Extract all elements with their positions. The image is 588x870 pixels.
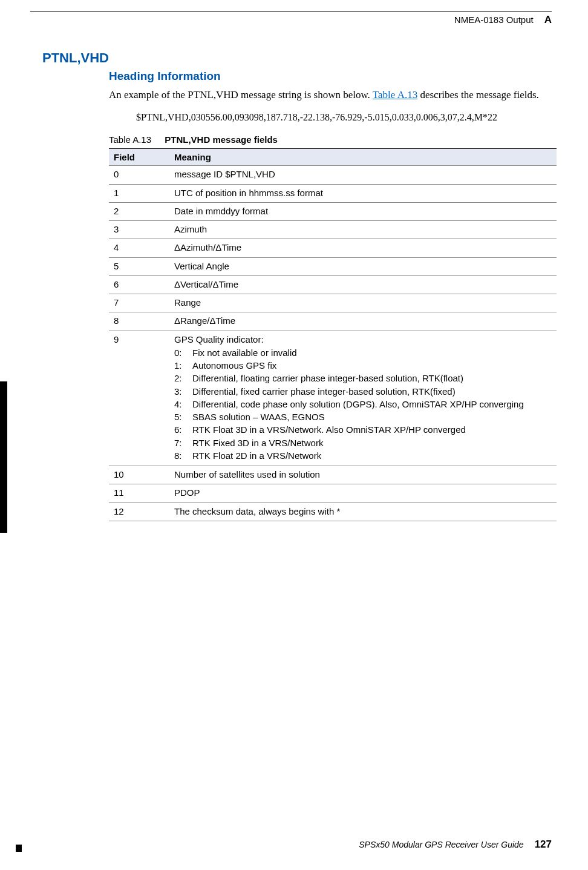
field-meaning-cell: ΔVertical/ΔTime: [169, 275, 557, 294]
example-message-string: $PTNL,VHD,030556.00,093098,187.718,-22.1…: [136, 111, 523, 124]
field-meaning-cell: Number of satellites used in solution: [169, 466, 557, 484]
table-row: 7Range: [109, 294, 557, 312]
list-item: 6:RTK Float 3D in a VRS/Network. Also Om…: [174, 424, 552, 436]
list-item-text: RTK Float 3D in a VRS/Network. Also Omni…: [190, 424, 552, 436]
page: NMEA-0183 Output A PTNL,VHD Heading Info…: [0, 0, 588, 870]
list-item-number: 0:: [174, 347, 190, 359]
field-meaning-cell: ΔRange/ΔTime: [169, 312, 557, 331]
footer-page-number: 127: [535, 839, 552, 851]
subsection-heading-info: Heading Information: [109, 70, 552, 83]
table-row: 4ΔAzimuth/ΔTime: [109, 239, 557, 257]
table-row: 2Date in mmddyy format: [109, 202, 557, 220]
list-item: 5:SBAS solution – WAAS, EGNOS: [174, 411, 552, 423]
list-item: 7:RTK Fixed 3D in a VRS/Network: [174, 437, 552, 449]
intro-paragraph: An example of the PTNL,VHD message strin…: [109, 88, 552, 102]
list-item-number: 6:: [174, 424, 190, 436]
field-meaning-cell: message ID $PTNL,VHD: [169, 166, 557, 184]
table-row: 12The checksum data, always begins with …: [109, 503, 557, 521]
list-item-number: 2:: [174, 372, 190, 384]
field-number-cell: 7: [109, 294, 169, 312]
list-item-text: SBAS solution – WAAS, EGNOS: [190, 411, 552, 423]
list-item: 4:Differential, code phase only solution…: [174, 398, 552, 410]
list-item-number: 4:: [174, 398, 190, 410]
table-row: 6ΔVertical/ΔTime: [109, 275, 557, 294]
message-fields-table: Field Meaning 0message ID $PTNL,VHD1UTC …: [109, 148, 557, 521]
table-number: Table A.13: [109, 134, 151, 145]
header-rule: [30, 11, 552, 12]
table-row: 8ΔRange/ΔTime: [109, 312, 557, 331]
footer-document-title: SPSx50 Modular GPS Receiver User Guide: [359, 840, 523, 849]
footer-tick-mark: [16, 845, 22, 852]
table-title: PTNL,VHD message fields: [165, 134, 278, 145]
field-meaning-cell: PDOP: [169, 484, 557, 503]
field-number-cell: 5: [109, 257, 169, 275]
field-number-cell: 3: [109, 221, 169, 239]
field-number-cell: 0: [109, 166, 169, 184]
running-footer: SPSx50 Modular GPS Receiver User Guide 1…: [359, 839, 552, 851]
list-item: 3:Differential, fixed carrier phase inte…: [174, 386, 552, 398]
field-meaning-cell: Vertical Angle: [169, 257, 557, 275]
field-number-cell: 11: [109, 484, 169, 503]
field-number-cell: 9: [109, 331, 169, 466]
field-number-cell: 8: [109, 312, 169, 331]
page-side-tab: [0, 381, 7, 533]
list-item-text: Autonomous GPS fix: [190, 360, 552, 372]
intro-text-pre: An example of the PTNL,VHD message strin…: [109, 89, 373, 101]
table-row: 3Azimuth: [109, 221, 557, 239]
list-item-number: 8:: [174, 450, 190, 462]
list-item-text: Fix not available or invalid: [190, 347, 552, 359]
list-item: 8:RTK Float 2D in a VRS/Network: [174, 450, 552, 462]
table-row: 0message ID $PTNL,VHD: [109, 166, 557, 184]
list-item-text: RTK Fixed 3D in a VRS/Network: [190, 437, 552, 449]
list-item-number: 5:: [174, 411, 190, 423]
table-row: 5Vertical Angle: [109, 257, 557, 275]
list-item: 0:Fix not available or invalid: [174, 347, 552, 359]
list-item-text: Differential, code phase only solution (…: [190, 398, 552, 410]
table-row: 11PDOP: [109, 484, 557, 503]
field-meaning-cell: UTC of position in hhmmss.ss format: [169, 184, 557, 202]
field-meaning-cell: Range: [169, 294, 557, 312]
list-item-text: Differential, fixed carrier phase intege…: [190, 386, 552, 398]
field-number-cell: 4: [109, 239, 169, 257]
list-item-text: RTK Float 2D in a VRS/Network: [190, 450, 552, 462]
field-number-cell: 2: [109, 202, 169, 220]
table-caption: Table A.13 PTNL,VHD message fields: [109, 134, 552, 145]
header-appendix-letter: A: [544, 14, 552, 26]
list-item-number: 3:: [174, 386, 190, 398]
table-row: 1UTC of position in hhmmss.ss format: [109, 184, 557, 202]
quality-indicator-list: 0:Fix not available or invalid1:Autonomo…: [174, 347, 552, 462]
field-number-cell: 10: [109, 466, 169, 484]
table-row: 9GPS Quality indicator:0:Fix not availab…: [109, 331, 557, 466]
field-meaning-cell: Date in mmddyy format: [169, 202, 557, 220]
intro-text-post: describes the message fields.: [417, 89, 539, 101]
list-item-number: 7:: [174, 437, 190, 449]
field-number-cell: 1: [109, 184, 169, 202]
header-chapter-title: NMEA-0183 Output: [454, 15, 534, 25]
table-reference-link[interactable]: Table A.13: [373, 89, 417, 101]
field-number-cell: 6: [109, 275, 169, 294]
list-item: 1:Autonomous GPS fix: [174, 360, 552, 372]
column-header-field: Field: [109, 149, 169, 166]
field-meaning-cell: ΔAzimuth/ΔTime: [169, 239, 557, 257]
field-number-cell: 12: [109, 503, 169, 521]
list-item-text: Differential, floating carrier phase int…: [190, 372, 552, 384]
field-meaning-cell: GPS Quality indicator:0:Fix not availabl…: [169, 331, 557, 466]
list-item-number: 1:: [174, 360, 190, 372]
table-row: 10Number of satellites used in solution: [109, 466, 557, 484]
field-meaning-cell: The checksum data, always begins with *: [169, 503, 557, 521]
running-header: NMEA-0183 Output A: [18, 14, 552, 26]
list-item: 2:Differential, floating carrier phase i…: [174, 372, 552, 384]
field-meaning-cell: Azimuth: [169, 221, 557, 239]
section-heading-ptnl-vhd: PTNL,VHD: [42, 50, 552, 66]
column-header-meaning: Meaning: [169, 149, 557, 166]
